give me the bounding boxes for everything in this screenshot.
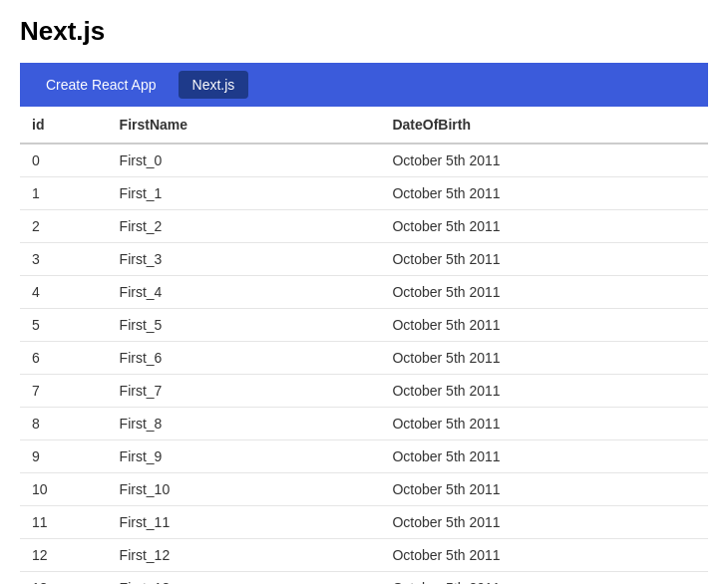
nav-nextjs[interactable]: Next.js [179, 71, 249, 99]
page-wrapper: Next.js Create React App Next.js id Firs… [0, 0, 728, 584]
cell-dob: October 5th 2011 [380, 243, 708, 276]
table-row: 7First_7October 5th 2011 [20, 375, 708, 408]
table-row: 11First_11October 5th 2011 [20, 506, 708, 539]
cell-firstname: First_13 [108, 572, 381, 585]
cell-dob: October 5th 2011 [380, 309, 708, 342]
table-row: 6First_6October 5th 2011 [20, 342, 708, 375]
cell-firstname: First_1 [108, 177, 381, 210]
cell-firstname: First_8 [108, 408, 381, 440]
cell-id: 6 [20, 342, 108, 375]
cell-firstname: First_5 [108, 309, 381, 342]
cell-firstname: First_7 [108, 375, 381, 408]
col-header-dob: DateOfBirth [380, 107, 708, 144]
cell-dob: October 5th 2011 [380, 473, 708, 506]
cell-id: 5 [20, 309, 108, 342]
cell-dob: October 5th 2011 [380, 276, 708, 309]
nav-create-react-app[interactable]: Create React App [32, 71, 171, 99]
table-row: 5First_5October 5th 2011 [20, 309, 708, 342]
table-row: 12First_12October 5th 2011 [20, 539, 708, 572]
cell-dob: October 5th 2011 [380, 539, 708, 572]
cell-id: 0 [20, 144, 108, 177]
table-row: 8First_8October 5th 2011 [20, 408, 708, 440]
table-row: 9First_9October 5th 2011 [20, 440, 708, 473]
cell-firstname: First_9 [108, 440, 381, 473]
cell-firstname: First_10 [108, 473, 381, 506]
cell-id: 8 [20, 408, 108, 440]
cell-id: 11 [20, 506, 108, 539]
cell-id: 10 [20, 473, 108, 506]
cell-firstname: First_11 [108, 506, 381, 539]
cell-firstname: First_0 [108, 144, 381, 177]
cell-dob: October 5th 2011 [380, 506, 708, 539]
table-body: 0First_0October 5th 20111First_1October … [20, 144, 708, 584]
table-container: id FirstName DateOfBirth 0First_0October… [20, 107, 708, 584]
table-row: 4First_4October 5th 2011 [20, 276, 708, 309]
table-header-row: id FirstName DateOfBirth [20, 107, 708, 144]
cell-dob: October 5th 2011 [380, 440, 708, 473]
page-title: Next.js [20, 16, 708, 47]
cell-id: 12 [20, 539, 108, 572]
cell-id: 1 [20, 177, 108, 210]
table-row: 13First_13October 5th 2011 [20, 572, 708, 585]
cell-dob: October 5th 2011 [380, 177, 708, 210]
cell-dob: October 5th 2011 [380, 375, 708, 408]
col-header-id: id [20, 107, 108, 144]
table-row: 1First_1October 5th 2011 [20, 177, 708, 210]
cell-firstname: First_3 [108, 243, 381, 276]
table-row: 10First_10October 5th 2011 [20, 473, 708, 506]
cell-id: 13 [20, 572, 108, 585]
cell-id: 4 [20, 276, 108, 309]
cell-firstname: First_4 [108, 276, 381, 309]
cell-firstname: First_6 [108, 342, 381, 375]
cell-id: 9 [20, 440, 108, 473]
cell-dob: October 5th 2011 [380, 408, 708, 440]
cell-id: 2 [20, 210, 108, 243]
col-header-firstname: FirstName [108, 107, 381, 144]
nav-bar: Create React App Next.js [20, 63, 708, 107]
cell-dob: October 5th 2011 [380, 210, 708, 243]
cell-id: 7 [20, 375, 108, 408]
cell-dob: October 5th 2011 [380, 342, 708, 375]
cell-firstname: First_2 [108, 210, 381, 243]
table-row: 2First_2October 5th 2011 [20, 210, 708, 243]
cell-firstname: First_12 [108, 539, 381, 572]
table-row: 3First_3October 5th 2011 [20, 243, 708, 276]
cell-dob: October 5th 2011 [380, 572, 708, 585]
cell-dob: October 5th 2011 [380, 144, 708, 177]
table-row: 0First_0October 5th 2011 [20, 144, 708, 177]
cell-id: 3 [20, 243, 108, 276]
data-table: id FirstName DateOfBirth 0First_0October… [20, 107, 708, 584]
